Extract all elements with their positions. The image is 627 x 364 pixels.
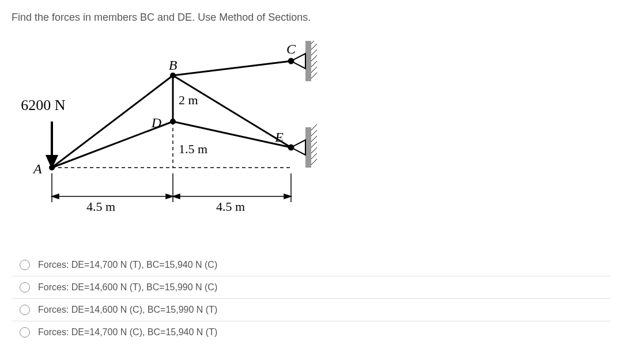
- option-text: Forces: DE=14,600 N (C), BC=15,990 N (T): [38, 305, 217, 315]
- svg-marker-38: [173, 194, 180, 199]
- dim-BD: 2 m: [179, 93, 198, 107]
- svg-line-11: [311, 130, 317, 136]
- option-text: Forces: DE=14,600 N (T), BC=15,990 N (C): [38, 282, 217, 293]
- option-2[interactable]: Forces: DE=14,600 N (T), BC=15,990 N (C): [12, 276, 611, 299]
- dim-right: 4.5 m: [216, 199, 245, 214]
- svg-marker-39: [284, 194, 291, 199]
- svg-line-12: [311, 136, 317, 142]
- radio-icon: [20, 327, 30, 338]
- svg-point-25: [170, 73, 176, 78]
- force-label: 6200 N: [21, 97, 66, 113]
- option-text: Forces: DE=14,700 N (C), BC=15,940 N (T): [38, 327, 217, 338]
- svg-rect-9: [305, 127, 311, 168]
- label-C: C: [286, 41, 296, 56]
- svg-marker-35: [52, 194, 59, 199]
- radio-icon: [20, 305, 30, 315]
- svg-line-13: [311, 142, 317, 147]
- svg-line-5: [311, 61, 317, 67]
- svg-line-3: [311, 50, 317, 55]
- truss-diagram: B C D E A 6200 N 2 m 1.5 m 4.5 m 4.5 m: [17, 41, 340, 231]
- svg-line-7: [311, 73, 317, 78]
- question-text: Find the forces in members BC and DE. Us…: [12, 12, 615, 24]
- label-B: B: [169, 58, 177, 73]
- option-4[interactable]: Forces: DE=14,700 N (C), BC=15,940 N (T): [12, 321, 611, 343]
- svg-line-14: [311, 147, 317, 153]
- radio-icon: [20, 260, 30, 270]
- label-D: D: [151, 115, 161, 130]
- dim-left: 4.5 m: [86, 199, 115, 214]
- svg-line-4: [311, 55, 317, 61]
- svg-line-10: [311, 124, 317, 130]
- label-E: E: [274, 130, 284, 145]
- svg-line-22: [173, 75, 291, 147]
- svg-line-21: [173, 61, 291, 75]
- option-text: Forces: DE=14,700 N (T), BC=15,940 N (C): [38, 260, 217, 270]
- svg-line-2: [311, 44, 317, 50]
- options-list: Forces: DE=14,700 N (T), BC=15,940 N (C)…: [12, 254, 611, 343]
- svg-line-1: [311, 41, 317, 44]
- dim-DA: 1.5 m: [179, 142, 207, 156]
- svg-line-15: [311, 153, 317, 159]
- label-A: A: [32, 161, 42, 176]
- option-1[interactable]: Forces: DE=14,700 N (T), BC=15,940 N (C): [12, 254, 611, 276]
- svg-line-6: [311, 67, 317, 73]
- option-3[interactable]: Forces: DE=14,600 N (C), BC=15,990 N (T): [12, 299, 611, 321]
- radio-icon: [20, 282, 30, 293]
- svg-rect-0: [305, 41, 311, 81]
- svg-line-16: [311, 159, 317, 165]
